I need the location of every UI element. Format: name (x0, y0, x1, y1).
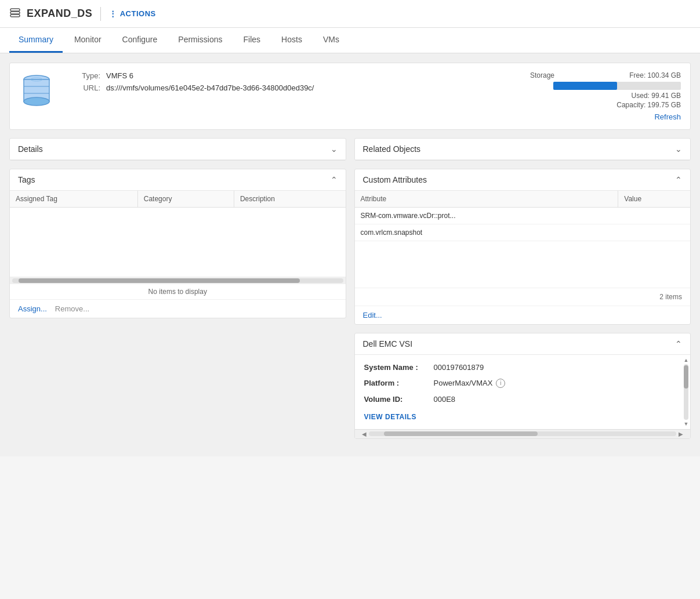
custom-attributes-title: Custom Attributes (363, 175, 427, 184)
tags-table: Assigned Tag Category Description (10, 191, 346, 277)
platform-label: Platform : (364, 379, 434, 387)
attr-2-name: com.vrlcm.snapshot (355, 224, 618, 241)
custom-attributes-panel: Custom Attributes ⌃ Attribute Value SRM-… (354, 169, 691, 325)
actions-button[interactable]: ⋮ ACTIONS (109, 9, 156, 18)
nav-tabs: Summary Monitor Configure Permissions Fi… (0, 28, 700, 53)
scroll-left-icon[interactable]: ◀ (360, 431, 369, 437)
related-objects-panel-header[interactable]: Related Objects ⌄ (355, 139, 691, 160)
header: EXPAND_DS ⋮ ACTIONS (0, 0, 700, 28)
tab-monitor[interactable]: Monitor (65, 28, 111, 53)
tab-summary[interactable]: Summary (9, 28, 63, 53)
tags-empty-row (10, 208, 346, 277)
info-details: Type: VMFS 6 URL: ds:///vmfs/volumes/61e… (71, 71, 530, 96)
scroll-down-button[interactable]: ▼ (682, 420, 690, 428)
dell-content: System Name : 000197601879 Platform : Po… (355, 355, 683, 429)
type-label: Type: (71, 71, 100, 80)
custom-attributes-footer: 2 items (355, 288, 691, 306)
tags-scrollbar-thumb (19, 278, 300, 283)
platform-text: PowerMax/VMAX (434, 379, 493, 387)
svg-rect-0 (10, 9, 20, 11)
storage-title: Storage (530, 71, 554, 79)
header-divider (100, 7, 101, 21)
url-value: ds:///vmfs/volumes/61e045e2-b47dd7be-3d6… (106, 84, 314, 92)
type-value: VMFS 6 (106, 71, 133, 80)
actions-label: ACTIONS (120, 9, 156, 18)
attr-1-name: SRM-com.vmware.vcDr::prot... (355, 208, 618, 224)
tags-scrollbar[interactable] (10, 277, 346, 284)
tab-files[interactable]: Files (234, 28, 270, 53)
custom-attributes-header[interactable]: Custom Attributes ⌃ (355, 169, 691, 191)
details-panel-header[interactable]: Details ⌄ (10, 139, 346, 160)
dell-bottom-scrollbar[interactable]: ◀ ▶ (355, 429, 691, 438)
refresh-link[interactable]: Refresh (530, 112, 681, 121)
view-details-row: VIEW DETAILS (364, 411, 673, 421)
bottom-scrollbar-track (369, 431, 677, 436)
dell-emc-panel: Dell EMC VSI ⌃ System Name : 00019760187… (354, 333, 691, 439)
dell-panel-header[interactable]: Dell EMC VSI ⌃ (355, 333, 691, 355)
type-row: Type: VMFS 6 (71, 71, 530, 80)
tab-hosts[interactable]: Hosts (272, 28, 311, 53)
custom-attributes-table: Attribute Value SRM-com.vmware.vcDr::pro… (355, 191, 691, 288)
col-assigned-tag: Assigned Tag (10, 191, 137, 208)
tags-chevron-up-icon: ⌃ (331, 175, 338, 184)
dell-scroll-area: System Name : 000197601879 Platform : Po… (355, 355, 691, 429)
volume-id-label: Volume ID: (364, 395, 434, 404)
details-title: Details (18, 144, 43, 154)
related-objects-panel: Related Objects ⌄ (354, 138, 691, 161)
tags-panel: Tags ⌃ Assigned Tag Category Description (9, 169, 346, 318)
tab-vms[interactable]: VMs (314, 28, 349, 53)
dell-panel-title: Dell EMC VSI (363, 339, 413, 348)
platform-row: Platform : PowerMax/VMAX i (364, 379, 673, 388)
custom-attributes-chevron-up-icon: ⌃ (675, 175, 682, 184)
details-chevron-down-icon: ⌄ (331, 144, 338, 154)
storage-bar-fill (553, 82, 617, 90)
system-name-row: System Name : 000197601879 (364, 363, 673, 372)
tab-configure[interactable]: Configure (113, 28, 167, 53)
storage-panel: Storage Free: 100.34 GB Used: 99.41 GB C… (530, 71, 681, 121)
svg-rect-1 (10, 12, 20, 14)
tags-no-items: No items to display (10, 284, 346, 299)
volume-id-row: Volume ID: 000E8 (364, 395, 673, 404)
attr-2-value (618, 224, 690, 241)
scroll-up-button[interactable]: ▲ (682, 356, 690, 364)
details-panel: Details ⌄ (9, 138, 346, 161)
edit-button[interactable]: Edit... (363, 311, 382, 320)
related-objects-title: Related Objects (363, 144, 421, 154)
col-category: Category (137, 191, 234, 208)
svg-point-5 (24, 97, 49, 106)
attr-row-1: SRM-com.vmware.vcDr::prot... (355, 208, 691, 224)
bottom-scrollbar-thumb (384, 431, 538, 436)
storage-header: Storage Free: 100.34 GB (530, 71, 681, 79)
left-column: Details ⌄ Tags ⌃ Assigned Tag Category (9, 138, 346, 447)
storage-used: Used: 99.41 GB (530, 92, 681, 100)
assign-button[interactable]: Assign... (18, 304, 47, 313)
col-attribute: Attribute (355, 191, 618, 208)
remove-button[interactable]: Remove... (55, 304, 89, 313)
platform-info-icon[interactable]: i (496, 379, 505, 388)
tab-permissions[interactable]: Permissions (169, 28, 231, 53)
items-count: 2 items (659, 293, 682, 301)
tags-table-wrapper: Assigned Tag Category Description (10, 191, 346, 277)
storage-free: Free: 100.34 GB (629, 71, 681, 79)
view-details-button[interactable]: VIEW DETAILS (364, 413, 416, 421)
database-icon (9, 7, 21, 20)
tags-panel-footer: Assign... Remove... (10, 299, 346, 318)
scroll-right-icon[interactable]: ▶ (676, 431, 686, 437)
info-bar: Type: VMFS 6 URL: ds:///vmfs/volumes/61e… (9, 63, 691, 130)
attr-empty-row (355, 241, 691, 288)
system-name-value: 000197601879 (434, 363, 484, 372)
svg-rect-2 (10, 14, 20, 17)
page-title: EXPAND_DS (27, 8, 92, 20)
dell-scrollbar[interactable]: ▲ ▼ (682, 355, 690, 429)
tags-scrollbar-track (12, 278, 343, 283)
volume-id-value: 000E8 (434, 395, 456, 404)
attr-1-value (618, 208, 690, 224)
dell-chevron-up-icon: ⌃ (675, 339, 682, 348)
storage-capacity: Capacity: 199.75 GB (530, 101, 681, 109)
attr-row-2: com.vrlcm.snapshot (355, 224, 691, 241)
tags-panel-header[interactable]: Tags ⌃ (10, 169, 346, 191)
datastore-icon (19, 71, 60, 114)
dell-scrollbar-track (684, 364, 688, 420)
right-column: Related Objects ⌄ Custom Attributes ⌃ At… (354, 138, 691, 447)
tags-title: Tags (18, 175, 35, 184)
